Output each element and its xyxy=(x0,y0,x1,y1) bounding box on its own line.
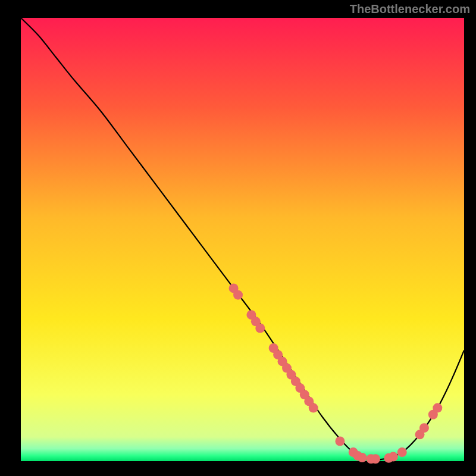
bottleneck-chart xyxy=(0,0,476,476)
data-point xyxy=(255,324,265,333)
data-point xyxy=(371,454,380,464)
data-point xyxy=(233,290,243,300)
data-point xyxy=(397,447,407,457)
data-point xyxy=(358,453,367,462)
attribution-label: TheBottlenecker.com xyxy=(350,2,470,16)
data-point xyxy=(309,403,318,413)
data-point xyxy=(419,423,429,433)
data-point xyxy=(433,403,442,413)
gradient-background xyxy=(21,18,464,461)
data-point xyxy=(335,436,345,446)
data-point xyxy=(389,452,398,462)
chart-container: TheBottlenecker.com xyxy=(0,0,476,476)
